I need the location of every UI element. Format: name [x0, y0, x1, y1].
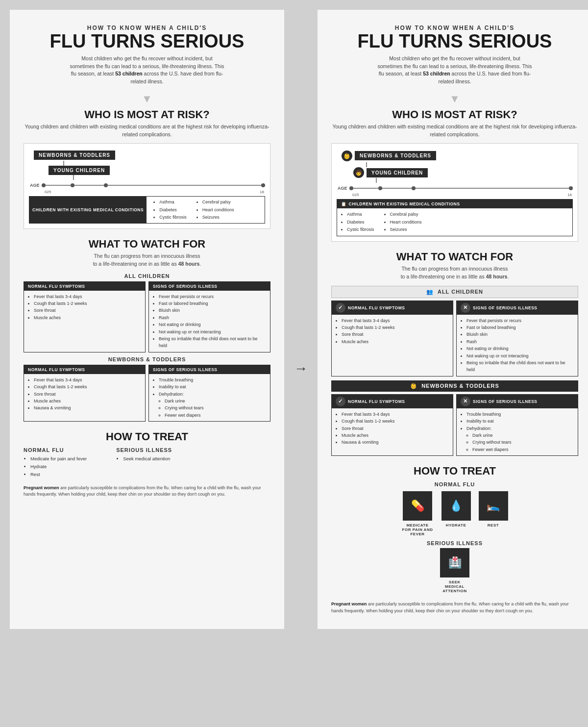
right-newborn-normal-box: ✓ NORMAL FLU SYMPTOMS Fever that lasts 3… — [331, 394, 453, 456]
left-newborn-serious-header: SIGNS OF SERIOUS ILLNESS — [149, 365, 270, 374]
right-young-row: 🧒 YOUNG CHILDREN — [353, 167, 428, 178]
medical-label: SEEK MEDICAL ATTENTION — [439, 580, 471, 593]
left-header: How to know when a child's Flu Turns Ser… — [24, 25, 270, 86]
left-normal-box: NORMAL FLU SYMPTOMS Fever that lasts 3-4… — [24, 281, 146, 352]
left-timeline: AGE — [29, 183, 265, 188]
tick-2 — [71, 183, 74, 187]
timeline-ticks: 0 2 5 18 — [44, 190, 265, 194]
tick-0 — [42, 183, 46, 187]
rest-icon-box: 🛌 — [479, 491, 508, 521]
left-all-symptoms-row: NORMAL FLU SYMPTOMS Fever that lasts 3-4… — [24, 281, 270, 352]
right-risk-section: Who Is Most at Risk? Young children and … — [331, 108, 578, 242]
left-watch-title: What to Watch For — [24, 238, 270, 251]
rest-label: REST — [488, 523, 499, 527]
left-treat-normal-label: NORMAL FLU — [24, 447, 87, 453]
left-risk-title: Who Is Most at Risk? — [24, 108, 270, 121]
right-treat-title: How to Treat — [331, 465, 578, 477]
left-pregnant-note: Pregnant women are particularly suscepti… — [24, 485, 270, 498]
right-watch-section: What to Watch For The flu can progress f… — [331, 251, 578, 456]
right-risk-desc: Young children and children with existin… — [331, 123, 578, 139]
right-all-symptoms-row: ✓ NORMAL FLU SYMPTOMS Fever that lasts 3… — [331, 301, 578, 376]
right-normal-body: Fever that lasts 3-4 days Cough that las… — [332, 315, 453, 348]
young-icon: 🧒 — [353, 167, 364, 178]
left-treat-serious: SERIOUS ILLNESS Seek medical attention — [116, 447, 172, 478]
right-conditions-col2: Cerebral palsy Heart conditions Seizures — [384, 211, 422, 233]
right-watch-desc: The flu can progress from an innocuous i… — [331, 265, 578, 281]
left-serious-header: SIGNS OF SERIOUS ILLNESS — [149, 282, 270, 291]
left-newborn-serious-body: Trouble breathing Inability to eat Dehyd… — [149, 374, 270, 421]
right-newborn-symptoms-row: ✓ NORMAL FLU SYMPTOMS Fever that lasts 3… — [331, 394, 578, 456]
check-icon-2: ✓ — [336, 397, 345, 406]
right-desc: Most children who get the flu recover wi… — [376, 55, 533, 86]
right-divider: ▼ — [331, 93, 578, 105]
right-newborn-row: 👶 NEWBORNS & TODDLERS — [342, 150, 436, 161]
right-serious-box: ✕ SIGNS OF SERIOUS ILLNESS Fever that pe… — [456, 301, 578, 376]
left-subtitle: How to know when a child's — [24, 25, 270, 31]
right-treat-normal-label: NORMAL FLU — [331, 481, 578, 487]
right-young-box: YOUNG CHILDREN — [367, 168, 428, 177]
hydrate-icon-box: 💧 — [441, 491, 471, 521]
conditions-col2: Cerebral palsy Heart conditions Seizures — [196, 199, 234, 221]
conditions-content: Asthma Diabetes Cystic fibrosis Cerebral… — [150, 197, 237, 223]
right-card: How to know when a child's Flu Turns Ser… — [318, 10, 588, 629]
right-treat-serious-icon-wrap: 🏥 SEEK MEDICAL ATTENTION — [331, 548, 578, 593]
right-conditions-col1: Asthma Diabetes Cystic fibrosis — [341, 211, 374, 233]
left-newborn-symptoms-row: NORMAL FLU SYMPTOMS Fever that lasts 3-4… — [24, 365, 270, 422]
left-divider: ▼ — [24, 93, 270, 105]
right-subtitle: How to know when a child's — [331, 25, 578, 31]
tree-line-r2 — [376, 178, 377, 183]
treat-hydrate: 💧 HYDRATE — [441, 491, 471, 536]
tick-5 — [104, 183, 108, 187]
tree-line-1 — [63, 161, 64, 166]
right-header: How to know when a child's Flu Turns Ser… — [331, 25, 578, 86]
x-icon: ✕ — [461, 303, 470, 313]
right-serious-header: ✕ SIGNS OF SERIOUS ILLNESS — [457, 301, 578, 315]
right-conditions-header: 📋 CHILDREN WITH EXISTING MEDICAL CONDITI… — [337, 200, 572, 208]
left-title: Flu Turns Serious — [24, 31, 270, 52]
left-treat-section: How to Treat NORMAL FLU Medicate for pai… — [24, 430, 270, 498]
right-watch-title: What to Watch For — [331, 251, 578, 263]
hydrate-label: HYDRATE — [446, 523, 466, 527]
left-serious-box: SIGNS OF SERIOUS ILLNESS Fever that pers… — [148, 281, 270, 352]
treat-medicate: 💊 MEDICATE FOR PAIN AND FEVER — [402, 491, 434, 536]
left-watch-desc: The flu can progress from an innocuous i… — [24, 252, 270, 268]
x-icon-2: ✕ — [461, 397, 470, 406]
right-treat-serious-label: SERIOUS ILLNESS — [331, 540, 578, 546]
arrow: → — [294, 10, 308, 629]
left-conditions: CHILDREN WITH EXISTING MEDICAL CONDITION… — [29, 196, 265, 224]
right-all-children-banner: 👥 ALL CHILDREN — [331, 286, 578, 298]
right-treat-section: How to Treat NORMAL FLU 💊 MEDICATE FOR P… — [331, 465, 578, 614]
right-newborn-serious-box: ✕ SIGNS OF SERIOUS ILLNESS Trouble breat… — [456, 394, 578, 456]
left-treat-row: NORMAL FLU Medicate for pain and fever H… — [24, 447, 270, 478]
left-watch-section: What to Watch For The flu can progress f… — [24, 238, 270, 422]
left-normal-body: Fever that lasts 3-4 days Cough that las… — [24, 291, 145, 324]
tree-line-r1 — [366, 162, 367, 167]
left-young-box: YOUNG CHILDREN — [49, 166, 110, 175]
right-newborn-serious-header: ✕ SIGNS OF SERIOUS ILLNESS — [457, 395, 578, 408]
left-all-children-label: ALL CHILDREN — [24, 273, 270, 279]
right-newborn-banner: 👶 NEWBORNS & TODDLERS — [331, 380, 578, 392]
timeline-bar — [42, 185, 265, 186]
check-icon: ✓ — [336, 303, 345, 313]
right-normal-box: ✓ NORMAL FLU SYMPTOMS Fever that lasts 3… — [331, 301, 453, 376]
tree-line-2 — [73, 175, 74, 180]
tick-18 — [261, 183, 265, 187]
right-treat-icons: 💊 MEDICATE FOR PAIN AND FEVER 💧 HYDRATE … — [331, 491, 578, 536]
medicate-icon-box: 💊 — [403, 491, 432, 521]
left-desc: Most children who get the flu recover wi… — [69, 55, 225, 86]
left-newborn-normal-box: NORMAL FLU SYMPTOMS Fever that lasts 3-4… — [24, 365, 146, 422]
medicate-label: MEDICATE FOR PAIN AND FEVER — [402, 523, 434, 536]
right-timeline-ticks: 0 2 5 18 — [351, 193, 573, 197]
left-risk-groups: NEWBORNS & TODDLERS YOUNG CHILDREN — [29, 150, 265, 180]
left-treat-serious-label: SERIOUS ILLNESS — [116, 447, 172, 453]
right-normal-header: ✓ NORMAL FLU SYMPTOMS — [332, 301, 453, 315]
right-newborn-box: NEWBORNS & TODDLERS — [355, 151, 436, 160]
treat-rest: 🛌 REST — [479, 491, 508, 536]
left-risk-desc: Young children and children with existin… — [24, 123, 270, 139]
left-newborn-normal-header: NORMAL FLU SYMPTOMS — [24, 365, 145, 374]
page-container: How to know when a child's Flu Turns Ser… — [10, 10, 578, 629]
right-conditions-content: Asthma Diabetes Cystic fibrosis Cerebral… — [337, 208, 572, 236]
left-risk-diagram: NEWBORNS & TODDLERS YOUNG CHILDREN AGE — [24, 143, 270, 229]
right-conditions: 📋 CHILDREN WITH EXISTING MEDICAL CONDITI… — [337, 199, 573, 236]
right-risk-diagram: 👶 NEWBORNS & TODDLERS 🧒 YOUNG CHILDREN A… — [331, 143, 578, 242]
